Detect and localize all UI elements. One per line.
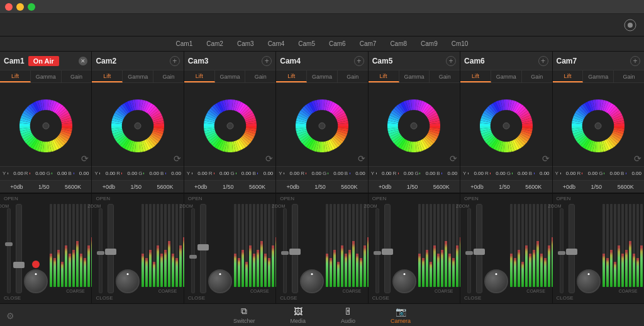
yrgb-slider-y-cam2[interactable] bbox=[99, 172, 100, 174]
lcg-tab-gain-cam5[interactable]: Gain bbox=[430, 70, 460, 82]
cam-tab-cm10[interactable]: Cm10 bbox=[445, 39, 475, 48]
iris-knob-cam5[interactable] bbox=[392, 269, 416, 293]
main-fader-handle-cam2[interactable] bbox=[105, 249, 116, 255]
yrgb-slider-g-cam7[interactable] bbox=[604, 172, 604, 174]
cam-tab-cam6[interactable]: Cam6 bbox=[323, 39, 352, 48]
yrgb-slider-y-cam3[interactable] bbox=[192, 172, 192, 174]
exposure-val-1-cam7[interactable]: 1/50 bbox=[591, 184, 602, 190]
lcg-tab-gamma-cam7[interactable]: Gamma bbox=[583, 70, 614, 82]
exposure-val-2-cam1[interactable]: 5600K bbox=[65, 184, 81, 190]
cam-add-button-cam6[interactable]: + bbox=[538, 56, 548, 66]
main-fader-handle-cam6[interactable] bbox=[474, 249, 485, 255]
cam-tab-cam9[interactable]: Cam9 bbox=[414, 39, 444, 48]
lcg-tab-gamma-cam4[interactable]: Gamma bbox=[307, 70, 338, 82]
exposure-val-0-cam4[interactable]: +0db bbox=[287, 184, 299, 190]
cam-tab-cam4[interactable]: Cam4 bbox=[262, 39, 291, 48]
nav-item-audio[interactable]: 🎚Audio bbox=[336, 305, 360, 325]
zoom-handle-cam2[interactable] bbox=[97, 251, 104, 255]
yrgb-slider-g-cam1[interactable] bbox=[52, 172, 52, 174]
exposure-val-2-cam4[interactable]: 5600K bbox=[341, 184, 357, 190]
main-fader-handle-cam4[interactable] bbox=[289, 249, 301, 255]
cam-add-button-cam2[interactable]: + bbox=[170, 56, 180, 66]
zoom-track-cam3[interactable] bbox=[191, 208, 195, 293]
lcg-tab-gain-cam3[interactable]: Gain bbox=[245, 70, 275, 82]
zoom-handle-cam4[interactable] bbox=[281, 251, 289, 255]
main-fader-track-cam4[interactable] bbox=[292, 204, 298, 293]
cam-tab-cam8[interactable]: Cam8 bbox=[384, 39, 413, 48]
reset-wheel-icon-cam1[interactable]: ⟳ bbox=[81, 154, 89, 164]
exposure-val-1-cam4[interactable]: 1/50 bbox=[314, 184, 326, 190]
wheel-area-cam5[interactable]: ⟳ bbox=[369, 83, 460, 166]
yrgb-slider-r-cam7[interactable] bbox=[582, 172, 582, 174]
iris-knob-cam1[interactable] bbox=[24, 269, 48, 293]
exposure-val-2-cam7[interactable]: 5600K bbox=[618, 184, 634, 190]
cam-add-button-cam4[interactable]: + bbox=[354, 56, 364, 66]
cam-add-button-cam7[interactable]: + bbox=[630, 56, 640, 66]
reset-wheel-icon-cam5[interactable]: ⟳ bbox=[450, 154, 457, 164]
gear-icon[interactable]: ⚙ bbox=[6, 311, 14, 321]
main-fader-track-cam2[interactable] bbox=[108, 204, 114, 293]
main-fader-track-cam1[interactable] bbox=[16, 204, 22, 293]
exposure-val-1-cam2[interactable]: 1/50 bbox=[130, 184, 142, 190]
yrgb-slider-y-cam7[interactable] bbox=[560, 172, 561, 174]
exposure-val-0-cam1[interactable]: +0db bbox=[10, 184, 23, 190]
exposure-val-1-cam5[interactable]: 1/50 bbox=[407, 184, 418, 190]
yrgb-slider-g-cam6[interactable] bbox=[512, 172, 513, 174]
yrgb-slider-y-cam6[interactable] bbox=[468, 172, 469, 174]
reset-wheel-icon-cam7[interactable]: ⟳ bbox=[634, 154, 641, 164]
yrgb-slider-g-cam3[interactable] bbox=[236, 172, 236, 174]
cam-tab-cam7[interactable]: Cam7 bbox=[353, 39, 383, 48]
lcg-tab-lift-cam3[interactable]: Lift bbox=[184, 70, 215, 82]
main-fader-handle-cam1[interactable] bbox=[13, 262, 25, 268]
lcg-tab-lift-cam5[interactable]: Lift bbox=[369, 70, 399, 82]
exposure-val-0-cam6[interactable]: +0db bbox=[470, 184, 483, 190]
reset-wheel-icon-cam6[interactable]: ⟳ bbox=[542, 154, 550, 164]
nav-item-switcher[interactable]: ⧉Switcher bbox=[228, 305, 260, 325]
exposure-val-1-cam3[interactable]: 1/50 bbox=[223, 184, 234, 190]
exposure-val-0-cam7[interactable]: +0db bbox=[563, 184, 575, 190]
zoom-track-cam4[interactable] bbox=[283, 208, 287, 293]
yrgb-slider-r-cam5[interactable] bbox=[398, 172, 399, 174]
iris-knob-cam4[interactable] bbox=[300, 269, 324, 293]
lcg-tab-gamma-cam1[interactable]: Gamma bbox=[31, 70, 62, 82]
yrgb-slider-b-cam2[interactable] bbox=[165, 172, 166, 174]
cam-add-button-cam5[interactable]: + bbox=[446, 56, 456, 66]
yrgb-slider-b-cam5[interactable] bbox=[441, 172, 442, 174]
yrgb-slider-r-cam3[interactable] bbox=[214, 172, 214, 174]
wheel-area-cam3[interactable]: ⟳ bbox=[184, 83, 275, 166]
exposure-val-2-cam3[interactable]: 5600K bbox=[249, 184, 265, 190]
cam-add-button-cam3[interactable]: + bbox=[262, 56, 272, 66]
yrgb-slider-b-cam3[interactable] bbox=[257, 172, 258, 174]
yrgb-slider-b-cam6[interactable] bbox=[534, 172, 535, 174]
main-fader-track-cam7[interactable] bbox=[569, 204, 575, 293]
cam-tab-cam3[interactable]: Cam3 bbox=[231, 39, 260, 48]
yrgb-slider-b-cam4[interactable] bbox=[350, 172, 350, 174]
exposure-val-0-cam2[interactable]: +0db bbox=[103, 184, 115, 190]
cam-tab-cam2[interactable]: Cam2 bbox=[200, 39, 230, 48]
exposure-val-1-cam1[interactable]: 1/50 bbox=[38, 184, 50, 190]
wheel-area-cam6[interactable]: ⟳ bbox=[460, 83, 552, 166]
zoom-handle-cam5[interactable] bbox=[374, 251, 381, 255]
main-fader-handle-cam3[interactable] bbox=[197, 244, 209, 250]
main-fader-track-cam3[interactable] bbox=[200, 204, 206, 293]
lcg-tab-gain-cam4[interactable]: Gain bbox=[338, 70, 368, 82]
lcg-tab-lift-cam4[interactable]: Lift bbox=[276, 70, 307, 82]
yrgb-slider-y-cam1[interactable] bbox=[8, 172, 8, 174]
wheel-area-cam2[interactable]: ⟳ bbox=[92, 83, 183, 166]
zoom-track-cam2[interactable] bbox=[99, 208, 103, 293]
zoom-handle-cam3[interactable] bbox=[189, 255, 197, 259]
reset-wheel-icon-cam4[interactable]: ⟳ bbox=[358, 154, 365, 164]
exposure-val-0-cam3[interactable]: +0db bbox=[194, 184, 207, 190]
lcg-tab-gamma-cam5[interactable]: Gamma bbox=[399, 70, 430, 82]
lcg-tab-gamma-cam6[interactable]: Gamma bbox=[491, 70, 522, 82]
zoom-track-cam6[interactable] bbox=[467, 208, 471, 293]
iris-knob-cam2[interactable] bbox=[116, 269, 140, 293]
yrgb-slider-y-cam4[interactable] bbox=[284, 172, 284, 174]
yrgb-slider-r-cam4[interactable] bbox=[306, 172, 306, 174]
lcg-tab-lift-cam6[interactable]: Lift bbox=[460, 70, 491, 82]
exposure-val-2-cam6[interactable]: 5600K bbox=[525, 184, 541, 190]
wheel-area-cam7[interactable]: ⟳ bbox=[553, 83, 644, 166]
exposure-val-2-cam5[interactable]: 5600K bbox=[433, 184, 450, 190]
exposure-val-1-cam6[interactable]: 1/50 bbox=[499, 184, 510, 190]
yrgb-slider-r-cam6[interactable] bbox=[490, 172, 491, 174]
